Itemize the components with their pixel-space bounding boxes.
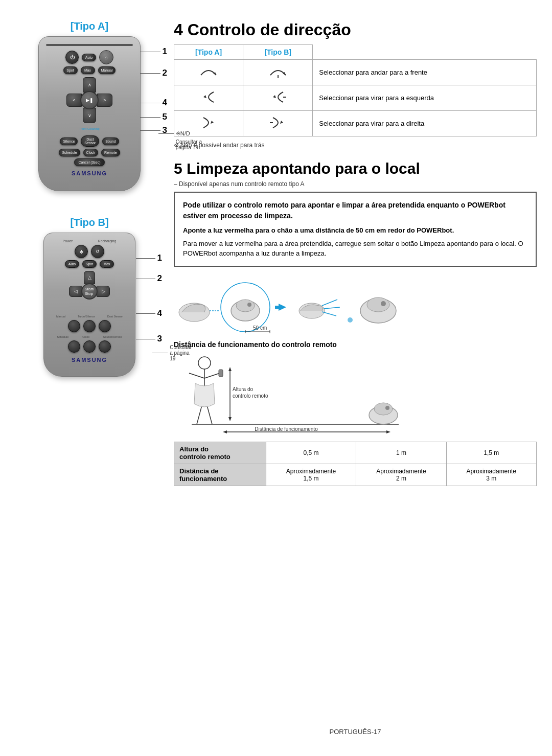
svg-point-13 — [236, 300, 255, 312]
remote-b-row1: ⏻ ↺ — [50, 245, 129, 258]
svg-marker-4 — [273, 95, 276, 98]
dist-row-header: Altura docontrolo remoto 0,5 m 1 m 1,5 m — [174, 442, 537, 464]
section-4: 4 Controlo de direcção [Tipo A] [Tipo B] — [174, 20, 537, 152]
section4-footnote: ※ Não é possível andar para trás — [174, 142, 537, 149]
svg-marker-41 — [223, 430, 227, 433]
dir-row-1: Seleccionar para andar para a frente — [174, 60, 537, 85]
tipo-b-section: [Tipo B] Power Recharging ⏻ ↺ Auto — [15, 217, 164, 377]
btn-power-a[interactable]: ⏻ — [65, 51, 79, 64]
remote-a-row5: Cancel (3sec) — [46, 158, 133, 166]
dir-table-header-tipob: [Tipo B] — [243, 45, 313, 60]
btn-max-a[interactable]: Max — [81, 66, 95, 74]
tipo-a-label: [Tipo A] — [71, 20, 108, 32]
power-label: Power — [63, 239, 73, 243]
num-2: 2 — [140, 68, 167, 78]
svg-line-31 — [189, 373, 204, 378]
svg-line-22 — [322, 300, 337, 306]
remote-b-bottom-labels2: Schedule Clock Sound/Remote — [50, 335, 129, 338]
btn-home-a[interactable]: ⌂ — [99, 50, 113, 64]
btn-silence-a[interactable]: Silence — [60, 138, 78, 145]
dpad-center-a[interactable]: ▶❚ — [80, 91, 99, 109]
btn-sound-remote-b[interactable] — [99, 340, 111, 353]
btn-schedule-a[interactable]: Schedule — [59, 149, 80, 156]
left-column: [Tipo A] ⏻ Auto ⌂ Spot Max Manual — [15, 20, 164, 736]
dir-row3-desc: Seleccionar para virar para a direita — [313, 111, 537, 136]
num-b-1: 1 — [136, 253, 162, 263]
dpad-right-a[interactable]: > — [97, 94, 112, 107]
btn-clock-b[interactable] — [83, 340, 96, 353]
svg-point-45 — [374, 403, 393, 415]
dir-row2-tipob — [243, 85, 313, 111]
section5-subtitle: – Disponível apenas num controlo remoto … — [174, 180, 537, 188]
dist-row-funcionamento: Distância defuncionamento Aproximadament… — [174, 464, 537, 486]
svg-point-29 — [198, 357, 211, 369]
btn-auto-b[interactable]: Auto — [65, 260, 79, 268]
btn-manual-b[interactable] — [68, 320, 80, 332]
btn-sound-a[interactable]: Sound — [102, 138, 119, 145]
btn-auto-a[interactable]: Auto — [82, 54, 96, 61]
person-diagram: Altura do controlo remoto Distância de f… — [174, 353, 537, 434]
svg-point-46 — [385, 406, 389, 410]
dpad-left-b[interactable]: ◁ — [69, 286, 82, 297]
btn-turbo-b[interactable] — [83, 320, 96, 332]
svg-point-28 — [348, 317, 353, 323]
section-4-title: 4 Controlo de direcção — [174, 20, 537, 39]
dist-col-15: 1,5 m — [446, 442, 536, 464]
distance-table: Altura docontrolo remoto 0,5 m 1 m 1,5 m… — [174, 442, 537, 486]
dir-table-header-tipoa: [Tipo A] — [174, 45, 243, 60]
dpad-left-a[interactable]: < — [66, 94, 82, 107]
btn-recharge-b[interactable]: ↺ — [91, 245, 104, 258]
dir-row3-tipob — [243, 111, 313, 136]
remote-top-bar — [46, 44, 133, 46]
btn-dust-a[interactable]: DustSensor — [81, 135, 99, 147]
num-label-2: 2 — [163, 68, 167, 78]
svg-marker-7 — [280, 121, 283, 124]
remote-b-labels-row1: Power Recharging — [50, 239, 129, 243]
btn-remote-a[interactable]: Remote — [101, 149, 120, 156]
dir-row-3: Seleccionar para virar para a direita — [174, 111, 537, 136]
dpad-down-a[interactable]: ∨ — [83, 108, 96, 123]
svg-point-26 — [367, 297, 389, 312]
tipo-a-section: [Tipo A] ⏻ Auto ⌂ Spot Max Manual — [15, 20, 164, 191]
dist-func-label: Distância defuncionamento — [174, 464, 266, 486]
remote-b: Power Recharging ⏻ ↺ Auto Spot Max — [43, 233, 135, 377]
btn-spot-b[interactable]: Spot — [82, 260, 97, 268]
remote-a-row4: Schedule Clock Remote — [46, 149, 133, 156]
btn-max-b[interactable]: Max — [100, 260, 114, 268]
tipo-b-label: [Tipo B] — [70, 217, 108, 228]
number-annotations-a: 1 2 4 5 3 — [140, 41, 167, 135]
dist-col-05: 0,5 m — [266, 442, 356, 464]
num-b-4: 4 — [136, 308, 162, 318]
btn-spot-a[interactable]: Spot — [63, 66, 78, 74]
svg-text:Altura do: Altura do — [233, 386, 253, 392]
num-4: 4 — [140, 98, 167, 108]
dpad-center-b[interactable]: Start/Stop — [81, 283, 98, 300]
nd-label: ※N/D — [176, 130, 190, 137]
section-5: 5 Limpeza apontando para o local – Dispo… — [174, 160, 537, 486]
dist-col-label: Altura docontrolo remoto — [174, 442, 266, 464]
btn-clock-a[interactable]: Clock — [83, 149, 99, 156]
remote-b-row2: Auto Spot Max — [50, 260, 129, 268]
dist-func-05: Aproximadamente1,5 m — [266, 464, 356, 486]
distance-title: Distância de funcionamento do controlo r… — [174, 340, 537, 349]
point-cleaning-label: Point Cleaning — [79, 127, 99, 130]
btn-power-b[interactable]: ⏻ — [75, 245, 88, 258]
svg-text:controlo remoto: controlo remoto — [233, 393, 268, 399]
cleaning-diagram-svg: 50 cm — [174, 274, 419, 335]
svg-marker-42 — [386, 430, 390, 433]
btn-cancel-a[interactable]: Cancel (3sec) — [74, 158, 105, 166]
dpad-right-b[interactable]: ▷ — [97, 286, 110, 297]
remote-b-row3 — [50, 320, 129, 332]
samsung-logo-b: SAMSUNG — [50, 357, 129, 363]
dist-func-1: Aproximadamente2 m — [356, 464, 446, 486]
btn-dustsensor-b[interactable] — [99, 320, 111, 332]
dpad-up-a[interactable]: ∧ — [83, 77, 96, 93]
dpad-a: ∧ < ▶❚ > ∨ Point Cleaning — [66, 77, 112, 123]
svg-rect-20 — [275, 306, 281, 309]
svg-line-24 — [322, 312, 336, 316]
footer-text: PORTUGUÊS-17 — [330, 728, 381, 736]
btn-schedule-b[interactable] — [68, 340, 80, 353]
dpad-up-b[interactable]: △ — [84, 271, 95, 284]
consultar-a: Consultar apágina 19 — [176, 139, 202, 150]
btn-manual-a[interactable]: Manual — [98, 66, 116, 74]
